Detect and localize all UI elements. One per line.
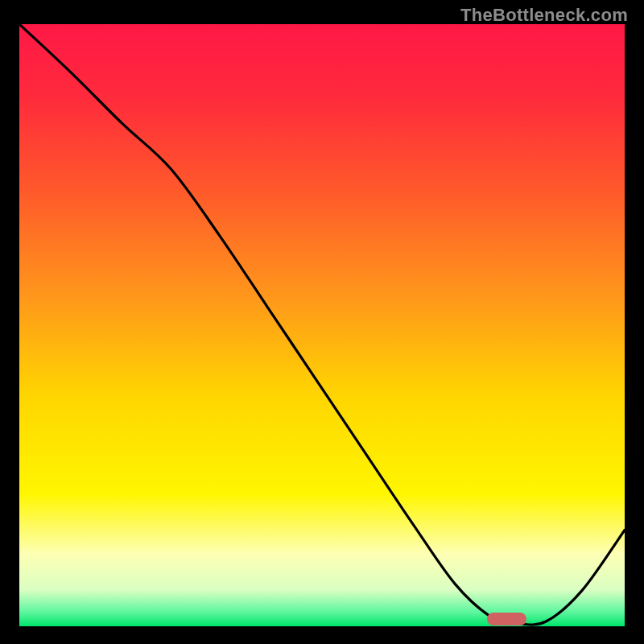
gradient-background (19, 24, 625, 626)
bottleneck-chart (19, 24, 625, 626)
chart-frame: TheBottleneck.com (0, 0, 644, 644)
optimal-marker (487, 613, 526, 625)
plot-area (19, 24, 625, 626)
watermark-text: TheBottleneck.com (460, 5, 628, 26)
